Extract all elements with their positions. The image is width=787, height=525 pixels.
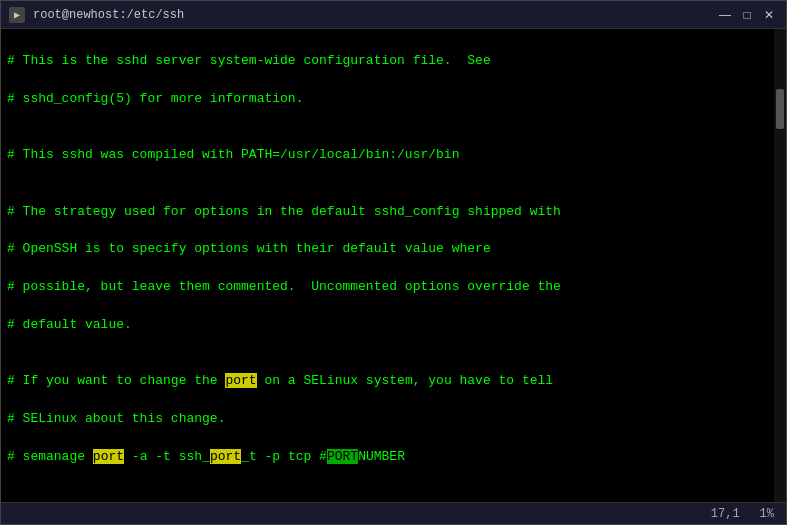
- titlebar-title: root@newhost:/etc/ssh: [33, 8, 184, 22]
- statusbar: 17,1 1%: [1, 502, 786, 524]
- scrollbar[interactable]: [774, 29, 786, 502]
- line-12: # SELinux about this change.: [7, 410, 768, 429]
- highlight-port-1: port: [225, 373, 256, 388]
- terminal-icon: ▶: [9, 7, 25, 23]
- line-1: # This is the sshd server system-wide co…: [7, 52, 768, 71]
- titlebar-controls[interactable]: — □ ✕: [716, 6, 778, 24]
- highlight-port-3: port: [210, 449, 241, 464]
- titlebar-left: ▶ root@newhost:/etc/ssh: [9, 7, 184, 23]
- line-4: # This sshd was compiled with PATH=/usr/…: [7, 146, 768, 165]
- line-11: # If you want to change the port on a SE…: [7, 372, 768, 391]
- editor-area: # This is the sshd server system-wide co…: [1, 29, 786, 502]
- scroll-percent: 1%: [760, 507, 774, 521]
- close-button[interactable]: ✕: [760, 6, 778, 24]
- terminal-window: ▶ root@newhost:/etc/ssh — □ ✕ # This is …: [0, 0, 787, 525]
- maximize-button[interactable]: □: [738, 6, 756, 24]
- cursor-position: 17,1: [711, 507, 740, 521]
- line-8: # possible, but leave them commented. Un…: [7, 278, 768, 297]
- minimize-button[interactable]: —: [716, 6, 734, 24]
- line-6: # The strategy used for options in the d…: [7, 203, 768, 222]
- line-13: # semanage port -a -t ssh_port_t -p tcp …: [7, 448, 768, 467]
- file-content[interactable]: # This is the sshd server system-wide co…: [1, 29, 774, 502]
- highlight-port-4: PORT: [327, 449, 358, 464]
- highlight-port-2: port: [93, 449, 124, 464]
- line-2: # sshd_config(5) for more information.: [7, 90, 768, 109]
- line-7: # OpenSSH is to specify options with the…: [7, 240, 768, 259]
- titlebar: ▶ root@newhost:/etc/ssh — □ ✕: [1, 1, 786, 29]
- scrollbar-thumb[interactable]: [776, 89, 784, 129]
- line-9: # default value.: [7, 316, 768, 335]
